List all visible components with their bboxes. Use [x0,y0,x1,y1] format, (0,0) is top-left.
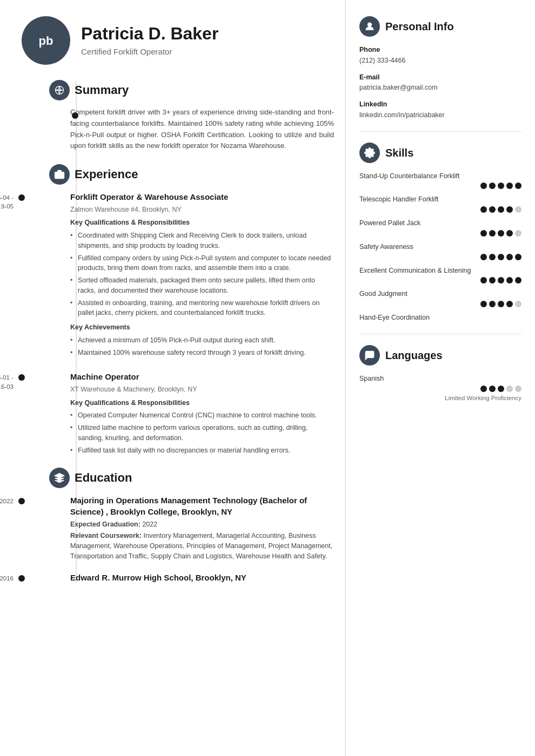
edu-date-1: 2022 [0,497,14,506]
skill-dot [498,254,504,260]
skill-dot [480,254,487,260]
languages-title: Languages [385,347,443,363]
svg-rect-1 [55,172,64,179]
edu-coursework-1: Relevant Coursework: Inventory Managemen… [70,531,334,561]
skill-dot [498,301,504,307]
email-label: E-mail [359,72,521,83]
language-dot [515,386,521,392]
skill-dot [498,277,504,284]
language-dots [359,386,521,392]
skill-item: Safety Awareness [359,242,521,260]
exp-date-1: 2016-04 -2019-05 [0,193,14,211]
personal-info-title: Personal Info [385,18,454,35]
skill-name: Safety Awareness [359,242,521,252]
email-field: E-mail patricia.baker@gmail.com [359,72,521,93]
language-item: SpanishLimited Working Proficiency [359,374,521,403]
achievement-item: Achieved a minimum of 105% Pick-n-Pull o… [70,335,334,346]
summary-section: Summary Competent forklift driver with 3… [16,81,334,152]
languages-icon [359,345,380,366]
right-column: Personal Info Phone (212) 333-4466 E-mai… [346,0,535,756]
skill-dot [489,206,496,213]
summary-header: Summary [59,81,334,99]
bullet-item: Utilized lathe machine to perform variou… [70,423,334,443]
phone-field: Phone (212) 333-4466 [359,45,521,66]
skill-item: Good Judgment [359,289,521,307]
skill-dot [480,183,487,189]
achievement-item: Maintained 100% warehouse safety record … [70,348,334,358]
skill-item: Powered Pallet Jack [359,218,521,237]
personal-info-header: Personal Info [359,16,521,37]
svg-point-3 [368,23,372,26]
bullet-item: Fulfilled company orders by using Pick-n… [70,253,334,274]
summary-text: Competent forklift driver with 3+ years … [70,107,334,152]
skill-dots [359,230,521,237]
bullet-item: Operated Computer Numerical Control (CNC… [70,410,334,421]
bullet-item: Sorted offloaded materials, packaged the… [70,275,334,296]
skill-dot [498,183,504,189]
resume-header: pb Patricia D. Baker Certified Forklift … [16,16,334,65]
skill-dot [506,254,513,260]
skill-name: Good Judgment [359,289,521,299]
language-name: Spanish [359,374,521,384]
header-text: Patricia D. Baker Certified Forklift Ope… [81,23,218,58]
exp-company-2: XT Warehouse & Machinery, Brooklyn, NY [70,384,334,395]
language-dot [498,386,504,392]
skill-item: Excellent Communication & Listening [359,266,521,284]
exp-qualifications-label-1: Key Qualifications & Responsibilities [70,218,334,228]
exp-bullets-1: Coordinated with Shipping Clerk and Rece… [70,231,334,318]
left-column: pb Patricia D. Baker Certified Forklift … [0,0,346,756]
skill-name: Excellent Communication & Listening [359,266,521,276]
languages-list: SpanishLimited Working Proficiency [359,374,521,403]
phone-label: Phone [359,45,521,55]
skill-dot [515,230,521,237]
exp-achievements-label-1: Key Achievements [70,322,334,333]
skill-item: Hand-Eye Coordination [359,313,521,323]
exp-title-2: Machine Operator [70,371,334,383]
linkedin-label: LinkedIn [359,99,521,110]
exp-achievements-1: Achieved a minimum of 105% Pick-n-Pull o… [70,335,334,358]
experience-item-2: 2015-01 -2016-03 Machine Operator XT War… [59,371,334,455]
personal-info-icon [359,16,380,37]
linkedin-field: LinkedIn linkedin.com/in/patriciabaker [359,99,521,120]
divider-2 [359,334,521,334]
experience-item-1: 2016-04 -2019-05 Forklift Operator & War… [59,191,334,357]
skill-dots [359,277,521,284]
skill-dot [515,277,521,284]
experience-icon [49,164,70,185]
skill-dot [489,230,496,237]
education-title: Education [59,469,132,487]
skill-dots [359,301,521,307]
skill-dot [506,206,513,213]
skill-dot [489,277,496,284]
skill-item: Telescopic Handler Forklift [359,194,521,213]
full-name: Patricia D. Baker [81,23,218,44]
skill-dot [506,230,513,237]
skill-dot [480,206,487,213]
resume-page: pb Patricia D. Baker Certified Forklift … [0,0,535,756]
skill-dot [498,206,504,213]
experience-section: Experience 2016-04 -2019-05 Forklift Ope… [16,165,334,455]
bullet-item: Fulfilled task list daily with no discre… [70,446,334,456]
skills-header: Skills [359,143,521,163]
experience-title: Experience [59,165,138,183]
experience-header: Experience [59,165,334,183]
skill-dot [489,183,496,189]
skill-dot [480,277,487,284]
skill-dot [515,183,521,189]
phone-value: (212) 333-4466 [359,56,521,66]
skill-name: Telescopic Handler Forklift [359,194,521,205]
education-icon [49,468,70,488]
skill-dot [506,277,513,284]
skill-dots [359,206,521,213]
skills-icon [359,143,380,163]
skill-dot [515,254,521,260]
bullet-item: Assisted in onboarding, training, and me… [70,298,334,319]
skill-dot [489,254,496,260]
language-dot [480,386,487,392]
edu-date-2: 2016 [0,574,14,583]
job-title: Certified Forklift Operator [81,46,218,58]
education-header: Education [59,469,334,487]
divider-1 [359,131,521,132]
exp-title-1: Forklift Operator & Warehouse Associate [70,191,334,204]
skill-dots [359,254,521,260]
